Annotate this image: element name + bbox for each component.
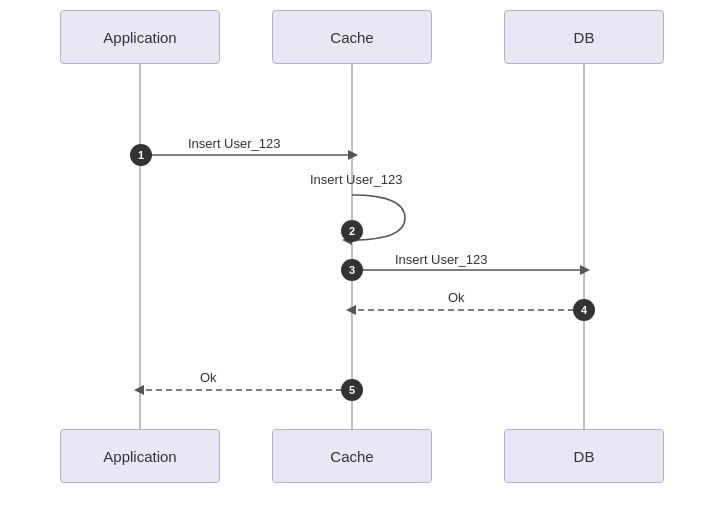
step-3-circle: 3 bbox=[341, 259, 363, 281]
step-5-label: 5 bbox=[349, 384, 355, 396]
msg-2-label: Insert User_123 bbox=[310, 172, 403, 187]
svg-marker-10 bbox=[134, 385, 144, 395]
step-4-label: 4 bbox=[581, 304, 587, 316]
msg-5-label: Ok bbox=[200, 370, 217, 385]
step-5-circle: 5 bbox=[341, 379, 363, 401]
step-1-circle: 1 bbox=[130, 144, 152, 166]
step-2-circle: 2 bbox=[341, 220, 363, 242]
svg-marker-8 bbox=[346, 305, 356, 315]
msg-3-label: Insert User_123 bbox=[395, 252, 488, 267]
step-4-circle: 4 bbox=[573, 299, 595, 321]
step-2-label: 2 bbox=[349, 225, 355, 237]
msg-4-label: Ok bbox=[448, 290, 465, 305]
step-1-label: 1 bbox=[138, 149, 144, 161]
sequence-diagram: Application Cache DB Application Cache D… bbox=[0, 0, 724, 513]
svg-marker-6 bbox=[580, 265, 590, 275]
svg-marker-4 bbox=[348, 150, 358, 160]
step-3-label: 3 bbox=[349, 264, 355, 276]
diagram-svg bbox=[0, 0, 724, 513]
msg-1-label: Insert User_123 bbox=[188, 136, 281, 151]
